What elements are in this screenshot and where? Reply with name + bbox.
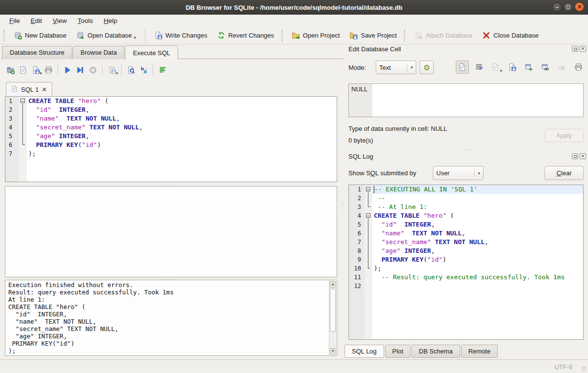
fold-margin[interactable]: − bbox=[365, 211, 372, 220]
code-line[interactable]: 12 bbox=[349, 282, 583, 290]
code-line[interactable]: 6 PRIMARY KEY("id") bbox=[5, 141, 337, 149]
fold-collapse-icon[interactable]: − bbox=[20, 99, 25, 103]
export-cell-icon bbox=[525, 63, 533, 71]
code-line[interactable]: 5 "id" INTEGER, bbox=[349, 220, 583, 229]
code-line[interactable]: 2 "id" INTEGER, bbox=[5, 105, 337, 114]
scrollbar-thumb[interactable] bbox=[330, 289, 336, 332]
execute-line-button[interactable] bbox=[74, 63, 86, 76]
sql-log-view[interactable]: 1−-- EXECUTING ALL IN 'SQL 1'2 --3 -- At… bbox=[348, 185, 584, 340]
dock-tab-remote[interactable]: Remote bbox=[461, 345, 498, 358]
fold-margin[interactable]: − bbox=[19, 97, 27, 105]
tab-execute-sql[interactable]: Execute SQL bbox=[125, 45, 178, 60]
chevron-down-icon[interactable]: ▾ bbox=[134, 35, 136, 40]
code-text: -- bbox=[372, 194, 583, 203]
save-project-button[interactable]: Save Project bbox=[346, 29, 400, 41]
word-wrap-button[interactable] bbox=[472, 61, 486, 74]
code-line[interactable]: 3 "name" TEXT NOT NULL, bbox=[5, 114, 337, 123]
toolbar-handle[interactable] bbox=[404, 30, 406, 41]
tab-browse-data[interactable]: Browse Data bbox=[73, 46, 124, 59]
code-line[interactable]: 4−CREATE TABLE "hero" ( bbox=[349, 211, 583, 220]
code-line[interactable]: 1−-- EXECUTING ALL IN 'SQL 1' bbox=[349, 185, 583, 194]
dock-tab-db-schema[interactable]: DB Schema bbox=[411, 345, 460, 358]
tab-database-structure[interactable]: Database Structure bbox=[2, 46, 72, 59]
close-dock-icon[interactable]: ✕ bbox=[580, 153, 586, 159]
menu-item-file[interactable]: File bbox=[4, 16, 25, 26]
scrollbar[interactable]: ▲ ▼ bbox=[329, 281, 336, 355]
close-dock-icon[interactable]: ✕ bbox=[580, 46, 586, 52]
fold-collapse-icon[interactable]: − bbox=[366, 187, 370, 191]
import-settings-button[interactable]: ⚙ bbox=[420, 61, 434, 74]
maximize-icon[interactable] bbox=[564, 2, 573, 12]
menu-item-view[interactable]: View bbox=[47, 16, 72, 26]
clear-log-button[interactable]: Clear bbox=[545, 166, 584, 180]
import-cell-button[interactable] bbox=[506, 61, 519, 74]
new-database-button[interactable]: New Database bbox=[10, 29, 70, 41]
code-line[interactable]: 2 -- bbox=[349, 194, 583, 203]
code-line[interactable]: 4 "secret_name" TEXT NOT NULL, bbox=[5, 123, 337, 132]
cell-editor-toolbar: ▾ bbox=[456, 61, 585, 74]
sql-editor[interactable]: 1−CREATE TABLE "hero" (2 "id" INTEGER,3 … bbox=[5, 96, 337, 182]
code-line[interactable]: 3 -- At line 1: bbox=[349, 203, 583, 211]
chevron-down-icon[interactable]: ▾ bbox=[116, 71, 118, 76]
code-line[interactable]: 6 "name" TEXT NOT NULL, bbox=[349, 229, 583, 238]
mode-select[interactable]: Text ▾ bbox=[376, 61, 416, 74]
scroll-up-icon[interactable]: ▲ bbox=[330, 281, 336, 288]
write-changes-button[interactable]: Write Changes bbox=[151, 29, 211, 41]
line-number: 10 bbox=[349, 264, 365, 273]
toolbar-handle[interactable] bbox=[3, 30, 5, 41]
print-icon bbox=[44, 66, 53, 74]
menu-item-tools[interactable]: Tools bbox=[72, 16, 99, 26]
scroll-down-icon[interactable]: ▼ bbox=[330, 348, 336, 354]
new-tab-button[interactable] bbox=[4, 63, 17, 76]
dock-splitter[interactable]: ····· bbox=[341, 203, 344, 210]
format-sql-button[interactable] bbox=[156, 63, 169, 76]
code-line[interactable]: 7); bbox=[5, 149, 337, 158]
chevron-down-icon[interactable]: ▾ bbox=[500, 68, 502, 73]
text-mode-button[interactable] bbox=[456, 61, 469, 74]
code-line[interactable]: 10); bbox=[349, 264, 583, 273]
main-tabbar: Database StructureBrowse DataExecute SQL bbox=[2, 45, 179, 59]
menu-item-help[interactable]: Help bbox=[99, 16, 123, 26]
replace-button[interactable]: ba bbox=[137, 63, 150, 76]
editor-splitter[interactable]: ······ bbox=[162, 184, 177, 186]
code-line[interactable]: 5 "age" INTEGER, bbox=[5, 132, 337, 141]
menu-item-edit[interactable]: Edit bbox=[25, 16, 47, 26]
open-sql-save-button[interactable]: ▾ bbox=[29, 63, 42, 76]
open-project-button[interactable]: Open Project bbox=[288, 29, 344, 41]
resize-grip-icon[interactable] bbox=[581, 366, 586, 371]
fold-collapse-icon[interactable]: − bbox=[366, 213, 370, 218]
open-sql-button[interactable] bbox=[17, 63, 29, 76]
find-button[interactable] bbox=[124, 63, 137, 76]
execution-message-pane[interactable]: Execution finished without errors. Resul… bbox=[5, 280, 337, 356]
code-line[interactable]: 7 "secret_name" TEXT NOT NULL, bbox=[349, 238, 583, 247]
close-icon[interactable]: ✕ bbox=[575, 2, 584, 11]
code-line[interactable]: 9 PRIMARY KEY("id") bbox=[349, 255, 583, 264]
open-database-button[interactable]: Open Database▾ bbox=[73, 29, 140, 41]
toolbar-handle[interactable] bbox=[282, 30, 284, 41]
print-cell-button[interactable] bbox=[572, 61, 585, 74]
cell-editor-area[interactable] bbox=[372, 84, 583, 117]
code-text: "name" TEXT NOT NULL, bbox=[27, 114, 337, 123]
dock-section-splitter[interactable]: ······ bbox=[459, 148, 474, 150]
sql-document-tab[interactable]: SQL 1 ✕ bbox=[6, 82, 52, 96]
float-dock-icon[interactable] bbox=[572, 153, 578, 159]
execute-all-button[interactable] bbox=[61, 63, 74, 76]
open-cell-icon bbox=[491, 63, 500, 71]
dock-tab-sql-log[interactable]: SQL Log bbox=[345, 345, 384, 358]
code-line[interactable]: 11 -- Result: query executed successfull… bbox=[349, 273, 583, 282]
sql-log-filter-select[interactable]: User ▾ bbox=[433, 166, 484, 180]
dock-tab-plot[interactable]: Plot bbox=[385, 345, 410, 358]
encoding-indicator[interactable]: UTF-8 bbox=[554, 363, 572, 371]
fold-margin[interactable]: − bbox=[365, 185, 372, 194]
export-cell-button[interactable] bbox=[522, 61, 535, 74]
float-dock-icon[interactable] bbox=[572, 46, 578, 52]
print-button[interactable] bbox=[42, 63, 55, 76]
cell-editor[interactable]: NULL bbox=[348, 83, 584, 117]
minimize-icon[interactable]: − bbox=[552, 2, 562, 12]
code-line[interactable]: 1−CREATE TABLE "hero" ( bbox=[5, 97, 337, 105]
revert-changes-button[interactable]: Revert Changes bbox=[214, 29, 278, 41]
code-line[interactable]: 8 "age" INTEGER, bbox=[349, 247, 583, 255]
close-tab-icon[interactable]: ✕ bbox=[41, 86, 47, 93]
link-cell-button[interactable] bbox=[539, 61, 552, 74]
close-database-button[interactable]: Close Database bbox=[479, 29, 542, 41]
